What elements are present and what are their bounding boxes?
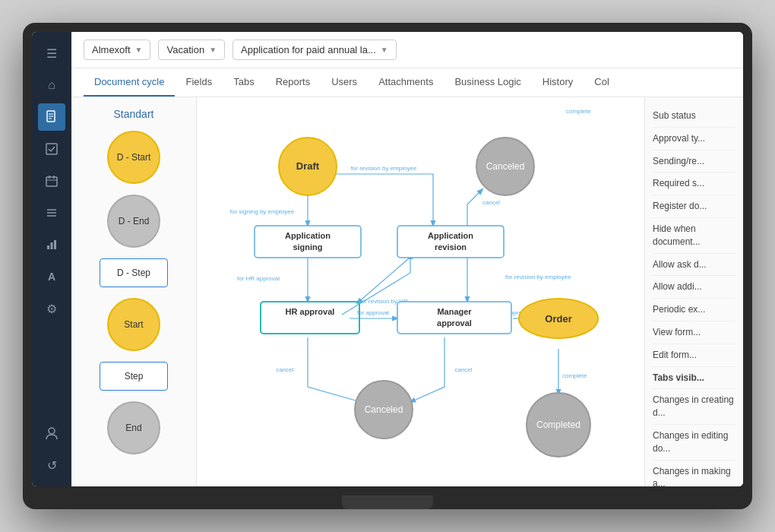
svg-text:complete: complete (562, 372, 587, 379)
svg-text:revision: revision (435, 242, 467, 252)
sub-status-item[interactable]: Sub status (653, 105, 735, 128)
svg-point-17 (49, 428, 55, 434)
chevron-down-icon: ▼ (135, 46, 143, 54)
svg-text:for signing by employee: for signing by employee (230, 208, 295, 215)
document-icon[interactable] (38, 103, 65, 131)
checklist-icon[interactable] (38, 135, 65, 163)
tab-users[interactable]: Users (321, 68, 368, 97)
svg-text:Completed: Completed (536, 420, 580, 430)
chevron-down-icon: ▼ (209, 46, 217, 54)
svg-text:for revision by employee: for revision by employee (505, 274, 571, 280)
svg-text:complete: complete (566, 109, 591, 115)
required-item[interactable]: Required s... (653, 173, 735, 195)
approval-type-item[interactable]: Approval ty... (653, 128, 735, 150)
svg-text:Manager: Manager (437, 307, 472, 316)
tabs-visible-item[interactable]: Tabs visib... (653, 367, 735, 390)
svg-text:Canceled: Canceled (365, 404, 403, 415)
view-form-item[interactable]: View form... (653, 321, 735, 344)
svg-text:approval: approval (437, 318, 472, 328)
start-shape: Start (107, 298, 160, 351)
svg-text:cancel: cancel (454, 366, 472, 373)
tab-document-cycle[interactable]: Document cycle (84, 68, 175, 97)
allow-addi-item[interactable]: Allow addi... (653, 276, 735, 299)
settings-icon[interactable]: ⚙ (38, 295, 65, 322)
svg-text:cancel: cancel (482, 199, 500, 206)
svg-text:Order: Order (545, 313, 571, 325)
periodic-item[interactable]: Periodic ex... (653, 299, 735, 321)
end-shape: End (107, 401, 160, 454)
content-area: Standart D - Start D - End D - Step Star… (71, 97, 743, 486)
tab-col[interactable]: Col (584, 68, 620, 97)
step-item[interactable]: Step (79, 362, 188, 391)
sending-item[interactable]: Sending/re... (653, 150, 735, 173)
svg-text:Canceled: Canceled (486, 161, 525, 172)
svg-text:cancel: cancel (276, 366, 293, 373)
svg-text:Application: Application (285, 231, 331, 240)
top-bar: Almexoft ▼ Vacation ▼ Application for pa… (71, 32, 743, 68)
text-icon[interactable]: A (38, 263, 65, 290)
svg-text:Application: Application (428, 231, 473, 240)
main-content: Almexoft ▼ Vacation ▼ Application for pa… (71, 32, 743, 486)
tab-fields[interactable]: Fields (175, 68, 223, 97)
chevron-down-icon: ▼ (381, 46, 388, 54)
right-panel: Sub status Approval ty... Sending/re... … (644, 97, 743, 486)
svg-rect-14 (47, 245, 49, 249)
chart-icon[interactable] (38, 231, 65, 258)
svg-text:signing: signing (293, 242, 322, 252)
flow-diagram: for signing by employee for revision by … (209, 109, 644, 474)
tab-tabs[interactable]: Tabs (223, 68, 264, 97)
list-icon[interactable] (38, 199, 65, 226)
home-icon[interactable]: ⌂ (38, 71, 65, 99)
allow-ask-item[interactable]: Allow ask d... (653, 254, 735, 277)
menu-icon[interactable]: ☰ (38, 40, 65, 67)
user-icon[interactable] (38, 420, 65, 447)
svg-rect-15 (51, 242, 53, 249)
d-step-shape: D - Step (100, 258, 168, 287)
flow-canvas[interactable]: for signing by employee for revision by … (197, 97, 644, 486)
changes-creating-item[interactable]: Changes in creating d... (653, 389, 735, 425)
tab-reports[interactable]: Reports (265, 68, 321, 97)
svg-rect-16 (54, 240, 56, 249)
svg-text:for approval: for approval (357, 309, 389, 316)
edit-form-item[interactable]: Edit form... (653, 344, 735, 367)
svg-text:for HR approval: for HR approval (237, 275, 280, 282)
svg-text:HR approval: HR approval (286, 307, 335, 316)
tab-bar: Document cycle Fields Tabs Reports Users… (71, 68, 743, 97)
start-item[interactable]: Start (79, 298, 188, 351)
d-end-shape: D - End (107, 195, 160, 248)
company-dropdown[interactable]: Almexoft ▼ (84, 40, 150, 60)
hide-when-item[interactable]: Hide when document... (653, 218, 735, 254)
register-item[interactable]: Register do... (653, 195, 735, 218)
d-start-shape: D - Start (107, 131, 160, 184)
doc-type-dropdown[interactable]: Vacation ▼ (158, 40, 225, 60)
tab-history[interactable]: History (532, 68, 584, 97)
svg-text:Draft: Draft (296, 160, 320, 172)
svg-text:for revision by employee: for revision by employee (351, 165, 417, 172)
changes-editing-item[interactable]: Changes in editing do... (653, 425, 735, 461)
doc-select-dropdown[interactable]: Application for paid annual la... ▼ (232, 40, 397, 60)
svg-rect-7 (46, 177, 57, 186)
svg-line-6 (51, 147, 55, 151)
left-panel: Standart D - Start D - End D - Step Star… (71, 97, 197, 486)
panel-title: Standart (79, 108, 188, 120)
d-step-item[interactable]: D - Step (79, 258, 188, 287)
end-item[interactable]: End (79, 401, 188, 454)
sidebar: ☰ ⌂ (32, 32, 71, 486)
d-end-item[interactable]: D - End (79, 195, 188, 248)
tab-attachments[interactable]: Attachments (368, 68, 444, 97)
changes-making-item[interactable]: Changes in making a... (653, 461, 735, 486)
svg-rect-4 (46, 144, 57, 154)
tab-business-logic[interactable]: Business Logic (444, 68, 531, 97)
d-start-item[interactable]: D - Start (79, 131, 188, 184)
step-shape: Step (100, 362, 168, 391)
calendar-icon[interactable] (38, 167, 65, 195)
refresh-icon[interactable]: ↺ (38, 451, 65, 479)
